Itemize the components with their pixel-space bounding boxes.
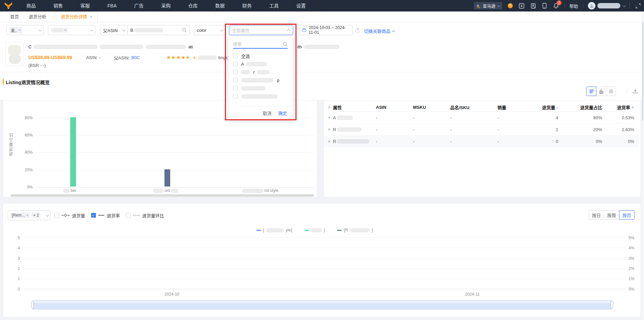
table-row[interactable]: R - - - - 1 20% 2.63%: [329, 124, 634, 136]
support-headset-icon[interactable]: [507, 2, 514, 9]
toggle-return-qty-mom[interactable]: 退货量环比: [126, 212, 164, 219]
col-header-returns[interactable]: 退货量↓: [526, 104, 558, 110]
date-range-picker[interactable]: 2024-10-03 ~ 2024-11-01: [299, 25, 353, 35]
search-icon[interactable]: [182, 28, 187, 32]
checkbox-unchecked[interactable]: [233, 61, 238, 66]
cell-rate: 2.63%: [602, 127, 634, 132]
nav-item-purchase[interactable]: 采购: [152, 0, 179, 11]
legend-item[interactable]: [ yle]: [256, 228, 292, 232]
notifications-bell-icon[interactable]: 2: [553, 2, 560, 9]
checkbox-unchecked[interactable]: [54, 213, 59, 218]
option-select-all[interactable]: 全选: [233, 52, 250, 59]
asin-search-input[interactable]: B: [127, 25, 190, 35]
slider-handle-right[interactable]: [611, 301, 613, 309]
nav-item-sales[interactable]: 销售: [45, 0, 72, 11]
by-week-button[interactable]: 按周: [604, 210, 619, 220]
nav-item-fba[interactable]: FBA: [99, 0, 125, 11]
option-item[interactable]: [233, 84, 265, 92]
col-header-attribute[interactable]: 属性: [333, 104, 342, 110]
expand-caret-icon[interactable]: [329, 106, 331, 109]
checkbox-unchecked[interactable]: [233, 86, 238, 91]
bar-chart-view-button[interactable]: [586, 87, 596, 96]
slider-handle-left[interactable]: [31, 301, 34, 309]
parent-asin-link[interactable]: B0C: [131, 55, 140, 60]
bar-category-2[interactable]: [164, 169, 170, 187]
by-month-button[interactable]: 按月: [619, 210, 635, 220]
table-row[interactable]: R - - - - 0 0% 0%: [324, 136, 639, 147]
bar-category-1[interactable]: [70, 117, 76, 187]
remove-tag-icon[interactable]: ×: [26, 213, 28, 217]
tab-return-analysis[interactable]: 退货分析: [24, 12, 51, 22]
by-day-button[interactable]: 按日: [589, 210, 604, 220]
table-row[interactable]: A - - - - 4 80% 0.53%: [329, 112, 634, 124]
page-scrollbar-thumb[interactable]: [642, 22, 644, 120]
cancel-button[interactable]: 取消: [263, 110, 272, 116]
checkbox-unchecked[interactable]: [233, 70, 238, 74]
switch-related-products-link[interactable]: 切换关联商品: [364, 28, 394, 34]
sort-icon[interactable]: ▲▼: [632, 106, 634, 109]
nav-item-ads[interactable]: 广告: [125, 0, 152, 11]
nav-item-service[interactable]: 客服: [72, 0, 99, 11]
expand-caret-icon[interactable]: [329, 116, 331, 119]
option-item[interactable]: r: [233, 68, 269, 76]
option-item[interactable]: [233, 93, 278, 100]
nav-item-warehouse[interactable]: 仓库: [179, 0, 206, 11]
nav-item-data[interactable]: 数据: [206, 0, 233, 11]
download-chart-button[interactable]: [632, 88, 638, 94]
attribute-dropdown-panel: 全选 A r p 取消 确定: [228, 36, 292, 120]
asin-type-select[interactable]: 父ASIN: [100, 25, 128, 35]
tab-return-analysis-detail[interactable]: 退货分析详情 ×: [56, 11, 98, 22]
option-item[interactable]: A: [233, 60, 267, 68]
confirm-button[interactable]: 确定: [278, 110, 287, 116]
col-header-share[interactable]: 退货量占比: [558, 104, 602, 110]
help-link[interactable]: 帮助: [569, 3, 578, 9]
attribute-name-select[interactable]: color: [194, 25, 226, 35]
column-chart-view-button[interactable]: [596, 87, 606, 96]
legend-item[interactable]: [R ]: [337, 228, 372, 232]
expand-caret-icon[interactable]: [329, 140, 331, 143]
app-logo[interactable]: [0, 2, 18, 10]
series-multiselect[interactable]: [Rem... × + 2: [8, 210, 50, 220]
tab-home[interactable]: 首页: [5, 12, 24, 22]
category-fragment: ber: [71, 188, 76, 193]
marketplace-filter-select[interactable]: 美.. ×: [6, 25, 44, 35]
download-center-icon[interactable]: [518, 2, 525, 9]
table-view-button[interactable]: [606, 87, 616, 96]
checkbox-unchecked[interactable]: [233, 53, 238, 58]
remove-tag-icon[interactable]: ×: [64, 28, 66, 32]
date-help-icon[interactable]: ?: [355, 28, 360, 33]
toggle-return-qty[interactable]: 退货量: [54, 212, 85, 219]
col-header-msku[interactable]: MSKU: [413, 105, 450, 110]
remove-tag-icon[interactable]: ×: [19, 28, 21, 32]
user-account-menu[interactable]: [588, 2, 625, 9]
task-list-icon[interactable]: [530, 2, 537, 9]
nav-item-finance[interactable]: 财务: [233, 0, 260, 11]
cell-share: 0%: [558, 139, 602, 144]
shop-filter-select[interactable]: ×: [48, 25, 95, 35]
attribute-search-input[interactable]: [233, 40, 288, 49]
marketplace-switcher[interactable]: a 亚马逊: [474, 2, 502, 9]
mobile-app-icon[interactable]: [541, 2, 548, 9]
close-icon[interactable]: ×: [90, 12, 93, 22]
legend-item[interactable]: ]: [304, 228, 325, 232]
col-header-rate[interactable]: 退货率▲▼: [602, 104, 634, 110]
checkbox-checked[interactable]: ✓: [91, 213, 96, 218]
horizontal-scrollbar[interactable]: [10, 194, 314, 197]
col-header-sales[interactable]: 销量: [497, 104, 526, 110]
y-tick: 0%: [19, 185, 33, 190]
option-item[interactable]: p: [233, 76, 279, 84]
checkbox-unchecked[interactable]: [233, 94, 238, 99]
nav-item-tools[interactable]: 工具: [260, 0, 287, 11]
col-header-sku[interactable]: 品名/SKU: [450, 104, 497, 110]
fullscreen-expand-icon[interactable]: [635, 2, 641, 9]
nav-item-settings[interactable]: 设置: [287, 0, 314, 11]
toggle-return-rate[interactable]: ✓ 退货率: [91, 212, 120, 219]
attribute-value-select[interactable]: 全部属性: [229, 25, 293, 35]
expand-caret-icon[interactable]: [329, 128, 331, 131]
chart-range-slider[interactable]: [32, 300, 612, 310]
checkbox-unchecked[interactable]: [126, 213, 131, 218]
left-y-tick: 3: [12, 256, 20, 261]
col-header-asin[interactable]: ASIN: [376, 105, 413, 110]
nav-item-products[interactable]: 商品: [18, 0, 45, 11]
checkbox-unchecked[interactable]: [233, 78, 238, 82]
